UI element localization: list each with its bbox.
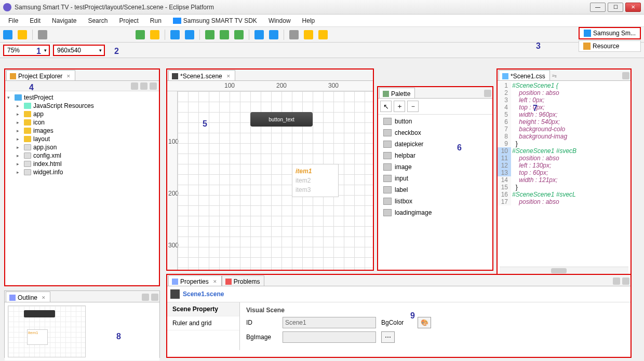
run-icon[interactable]: [136, 30, 145, 39]
menu-project[interactable]: Project: [114, 16, 143, 26]
toolbar-icon[interactable]: [269, 30, 278, 39]
scene-canvas[interactable]: button_text item1 item2 item3: [178, 91, 373, 270]
scene-editor-tab[interactable]: *Scene1.scene✕: [168, 70, 235, 80]
collapse-all-icon[interactable]: [131, 82, 138, 90]
toolbar-icon[interactable]: [205, 30, 214, 39]
bgimage-input[interactable]: [283, 331, 376, 343]
view-menu-icon[interactable]: [150, 82, 157, 90]
toolbar-icon[interactable]: [289, 30, 299, 39]
perspective-resource[interactable]: Resource: [579, 40, 641, 52]
list-item[interactable]: item2: [294, 176, 336, 185]
tree-item[interactable]: ▸app.json: [17, 143, 157, 151]
palette-item-checkbox[interactable]: checkbox: [379, 127, 491, 138]
bgcolor-picker-button[interactable]: 🎨: [418, 317, 431, 328]
menu-sdk[interactable]: Samsung SMART TV SDK: [168, 16, 262, 26]
link-editor-icon[interactable]: [140, 82, 147, 90]
bgcolor-label: BgColor: [381, 319, 412, 326]
palette-item-loadingimage[interactable]: loadingimage: [379, 207, 491, 218]
save-icon[interactable]: [18, 30, 27, 39]
palette-item-datepicker[interactable]: datepicker: [379, 138, 491, 150]
tree-item[interactable]: ▸config.xml: [17, 151, 157, 160]
line-number: 1: [498, 82, 511, 89]
close-button[interactable]: ✕: [625, 3, 641, 12]
pin-icon[interactable]: [613, 277, 620, 285]
close-icon[interactable]: ✕: [213, 279, 217, 284]
list-item[interactable]: item1: [294, 166, 336, 176]
tree-item[interactable]: ▸icon: [17, 118, 157, 127]
menu-search[interactable]: Search: [83, 16, 113, 26]
view-menu-icon[interactable]: [622, 277, 629, 285]
toolbar-icon[interactable]: [185, 30, 194, 39]
menu-navigate[interactable]: Navigate: [47, 16, 82, 26]
palette-tab[interactable]: Palette: [379, 88, 415, 98]
minimize-icon[interactable]: [151, 294, 158, 301]
perspective-samsung[interactable]: Samsung Sm...: [579, 27, 641, 39]
folder-icon: [24, 136, 31, 142]
palette-item-helpbar[interactable]: helpbar: [379, 150, 491, 161]
maximize-button[interactable]: ☐: [608, 3, 623, 12]
toolbar-icon[interactable]: [170, 30, 180, 39]
project-explorer-tab[interactable]: Project Explorer✕: [6, 70, 75, 80]
canvas-button-widget[interactable]: button_text: [250, 112, 313, 127]
palette-item-button[interactable]: button: [379, 116, 491, 127]
toolbar-icon[interactable]: [234, 30, 244, 39]
toolbar-icon[interactable]: [150, 30, 159, 39]
palette-item-input[interactable]: input: [379, 173, 491, 184]
id-input[interactable]: Scene1: [283, 317, 376, 328]
code-text: left : 0px;: [511, 96, 630, 104]
outline-preview[interactable]: item1: [5, 302, 159, 360]
list-item[interactable]: item3: [294, 185, 336, 195]
back-icon[interactable]: [304, 30, 313, 39]
resolution-combo[interactable]: 960x540: [53, 45, 105, 56]
scene-property-category[interactable]: Scene Property: [167, 302, 239, 316]
listbox-icon: [383, 198, 392, 205]
close-icon[interactable]: ✕: [226, 74, 231, 79]
close-icon[interactable]: ✕: [42, 295, 46, 300]
chevron-right-icon[interactable]: [484, 90, 491, 97]
code-area[interactable]: 1#SceneScene1 {2 position : abso3 left :…: [498, 81, 630, 206]
ruler-grid-category[interactable]: Ruler and grid: [167, 316, 239, 330]
menu-file[interactable]: File: [3, 16, 23, 26]
toolbar-icon[interactable]: [38, 30, 47, 39]
palette-item-image[interactable]: image: [379, 161, 491, 173]
code-text: left : 130px;: [511, 162, 630, 169]
tree-item[interactable]: ▸widget.info: [17, 168, 157, 176]
palette-item-listbox[interactable]: listbox: [379, 196, 491, 207]
tree-item[interactable]: ▸images: [17, 127, 157, 135]
line-number: 12: [498, 162, 511, 169]
tree-root[interactable]: ▾testProject: [7, 93, 157, 102]
css-editor-tab[interactable]: *Scene1.css: [499, 70, 550, 80]
horizontal-scrollbar[interactable]: [500, 267, 628, 274]
problems-tab[interactable]: Problems: [222, 275, 265, 286]
zoom-combo[interactable]: 75%: [3, 45, 50, 56]
tree-item[interactable]: ▸app: [17, 110, 157, 118]
file-icon: [24, 161, 31, 167]
tree-item[interactable]: ▸layout: [17, 135, 157, 143]
folder-icon: [24, 128, 31, 134]
tree-item[interactable]: ▸index.html: [17, 160, 157, 168]
toolbar-icon[interactable]: [220, 30, 229, 39]
properties-tab[interactable]: Properties✕: [168, 275, 222, 286]
close-icon[interactable]: ✕: [66, 74, 71, 79]
line-number: 9: [498, 140, 511, 147]
ruler-horizontal: 100 200 300: [167, 81, 373, 91]
pointer-tool[interactable]: ↖: [380, 101, 392, 112]
zoom-in-tool[interactable]: ＋: [394, 101, 405, 112]
bgimage-browse-button[interactable]: ⋯: [381, 331, 395, 343]
outline-tab[interactable]: Outline✕: [6, 291, 50, 302]
minimize-icon[interactable]: [622, 72, 629, 79]
minimize-button[interactable]: —: [590, 3, 606, 12]
canvas-list-widget[interactable]: item1 item2 item3: [292, 164, 339, 197]
tree-item[interactable]: ▸JavaScript Resources: [17, 102, 157, 110]
menu-window[interactable]: Window: [263, 16, 296, 26]
menu-run[interactable]: Run: [145, 16, 167, 26]
new-icon[interactable]: [3, 30, 12, 39]
forward-icon[interactable]: [318, 30, 328, 39]
menu-help[interactable]: Help: [297, 16, 320, 26]
code-text: #SceneScene1 #svecB: [511, 147, 630, 155]
palette-item-label[interactable]: label: [379, 184, 491, 196]
menu-edit[interactable]: Edit: [24, 16, 46, 26]
view-menu-icon[interactable]: [142, 294, 149, 301]
toolbar-icon[interactable]: [254, 30, 264, 39]
zoom-out-tool[interactable]: －: [407, 101, 419, 112]
